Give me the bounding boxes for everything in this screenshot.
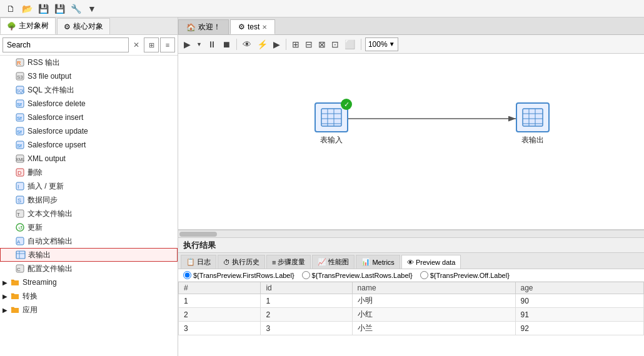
list-item-label: S3 file output <box>28 72 71 81</box>
list-item[interactable]: T 文本文件输出 <box>0 207 178 220</box>
tab-core-objects[interactable]: ⚙ 核心对象 <box>57 18 110 34</box>
log-icon: 📋 <box>186 258 195 266</box>
radio-first-rows[interactable]: ${TransPreview.FirstRows.Label} <box>183 271 294 279</box>
hscroll-thumb[interactable] <box>179 232 217 237</box>
extra-btn[interactable]: 🔧 <box>69 2 83 16</box>
app-label: 应用 <box>23 305 38 315</box>
radio-last-input[interactable] <box>302 271 310 279</box>
cell: 小明 <box>352 294 515 308</box>
search-clear-button[interactable]: ✕ <box>130 39 143 51</box>
preview-icon: 👁 <box>407 259 414 266</box>
play-dropdown-btn[interactable]: ▼ <box>194 37 204 51</box>
list-item[interactable]: Sf Salesforce delete <box>0 97 178 111</box>
list-item[interactable]: Sf Salesforce update <box>0 124 178 138</box>
table-output-icon <box>521 107 544 127</box>
new-btn[interactable]: 🗋 <box>4 2 18 16</box>
tab-preview-data[interactable]: 👁 Preview data <box>401 255 461 269</box>
svg-text:↺: ↺ <box>18 225 23 231</box>
radio-off[interactable]: ${TransPreview.Off.Label} <box>420 271 510 279</box>
textfile-icon: T <box>15 209 25 219</box>
del-icon: D <box>15 167 25 177</box>
list-item[interactable]: D 删除 <box>0 166 178 179</box>
search-view-btn[interactable]: ⊞ <box>144 37 159 52</box>
results-tabs: 📋 日志 ⏱ 执行历史 ≡ 步骤度量 📈 性能图 📊 Metrics <box>178 253 644 269</box>
table-input-icon <box>320 107 343 127</box>
tab-exec-history[interactable]: ⏱ 执行历史 <box>218 255 265 269</box>
list-item[interactable]: I 插入 / 更新 <box>0 179 178 193</box>
tab-welcome[interactable]: 🏠 欢迎！ <box>178 19 229 34</box>
list-item[interactable]: C 配置文件输出 <box>0 262 178 275</box>
dropdown-btn[interactable]: ▼ <box>85 2 99 16</box>
list-item[interactable]: S 数据同步 <box>0 193 178 207</box>
open-btn[interactable]: 📂 <box>20 2 34 16</box>
play-button[interactable]: ▶ <box>182 37 193 51</box>
tab-log[interactable]: 📋 日志 <box>181 255 216 269</box>
canvas-svg <box>178 54 644 229</box>
tab-test[interactable]: ⚙ test ✕ <box>230 19 275 34</box>
align-btn3[interactable]: ⊠ <box>316 37 328 51</box>
list-item[interactable]: A 自动文档输出 <box>0 234 178 248</box>
list-item-label: XML output <box>28 154 66 163</box>
node-table-output[interactable]: 表输出 <box>516 102 550 146</box>
sf-upsert-icon: Sf <box>15 140 25 150</box>
save-btn[interactable]: 💾 <box>36 2 50 16</box>
svg-text:I: I <box>18 184 19 190</box>
streaming-group[interactable]: ▶ Streaming <box>0 275 178 289</box>
canvas-hscroll[interactable] <box>178 230 644 237</box>
list-item-label: 插入 / 更新 <box>28 181 64 192</box>
align-btn4[interactable]: ⊡ <box>330 37 341 51</box>
tab-metrics-label: Metrics <box>372 259 394 266</box>
node-box-input: ✓ <box>314 102 348 132</box>
cell: 92 <box>515 322 643 335</box>
col-header-hash: # <box>179 282 261 294</box>
radio-last-rows[interactable]: ${TransPreview.LastRows.Label} <box>302 271 413 279</box>
list-item[interactable]: SQL SQL 文件输出 <box>0 83 178 97</box>
node-check-icon: ✓ <box>341 99 352 110</box>
tree-list: R RSS 输出 S3 S3 file output SQL SQL 文件输出 … <box>0 56 178 356</box>
app-group[interactable]: ▶ 应用 <box>0 303 178 317</box>
radio-first-label: ${TransPreview.FirstRows.Label} <box>193 272 294 279</box>
search-options-btn[interactable]: ≡ <box>160 37 175 52</box>
canvas-area[interactable]: ✓ 表输入 <box>178 54 644 230</box>
tab-close-btn[interactable]: ✕ <box>262 24 267 31</box>
saveas-btn[interactable]: 💾 <box>53 2 66 16</box>
stop-button[interactable]: ⏹ <box>220 37 233 51</box>
tab-metrics[interactable]: 📊 Metrics <box>356 255 400 269</box>
zoom-control: 100% ▼ <box>365 37 398 51</box>
tab-performance[interactable]: 📈 性能图 <box>312 255 355 269</box>
list-item[interactable]: S3 S3 file output <box>0 69 178 83</box>
fit-btn[interactable]: ⬜ <box>343 37 357 51</box>
tab-welcome-label: 欢迎！ <box>198 22 221 32</box>
results-header: 执行结果 <box>178 238 644 253</box>
transform-group[interactable]: ▶ 转换 <box>0 289 178 303</box>
list-item[interactable]: Sf Salesforce insert <box>0 111 178 124</box>
chevron-right-icon: ▶ <box>3 279 8 286</box>
node-table-input[interactable]: ✓ 表输入 <box>314 102 348 146</box>
list-item[interactable]: XML XML output <box>0 152 178 166</box>
tree-icon: 🌳 <box>7 22 16 31</box>
list-item[interactable]: Sf Salesforce upsert <box>0 138 178 152</box>
align-btn1[interactable]: ⊞ <box>290 37 301 51</box>
tab-perf-label: 性能图 <box>328 257 349 267</box>
col-header-age: age <box>515 282 643 294</box>
cell: 2 <box>179 308 261 322</box>
svg-text:Sf: Sf <box>17 102 22 107</box>
preview-btn[interactable]: 👁 <box>241 37 253 51</box>
search-input[interactable] <box>3 37 129 52</box>
pause-button[interactable]: ⏸ <box>206 37 218 51</box>
align-btn2[interactable]: ⊟ <box>303 37 314 51</box>
run-btn[interactable]: ⚡ <box>255 37 269 51</box>
svg-text:A: A <box>17 239 21 245</box>
list-item[interactable]: R RSS 输出 <box>0 56 178 69</box>
canvas-toolbar: ▶ ▼ ⏸ ⏹ 👁 ⚡ ▶ ⊞ ⊟ ⊠ ⊡ ⬜ 100% ▼ <box>178 35 644 54</box>
list-item[interactable]: ↺ 更新 <box>0 220 178 234</box>
radio-off-input[interactable] <box>420 271 428 279</box>
config-icon: C <box>15 264 25 274</box>
export-btn[interactable]: ▶ <box>271 37 282 51</box>
tab-step-metrics[interactable]: ≡ 步骤度量 <box>266 255 311 269</box>
radio-first-input[interactable] <box>183 271 191 279</box>
table-output-item[interactable]: 表输出 <box>0 248 178 262</box>
table-row: 2 2 小红 91 <box>179 308 644 322</box>
zoom-dropdown-btn[interactable]: ▼ <box>389 41 395 47</box>
tab-main-tree[interactable]: 🌳 主对象树 <box>0 17 56 34</box>
